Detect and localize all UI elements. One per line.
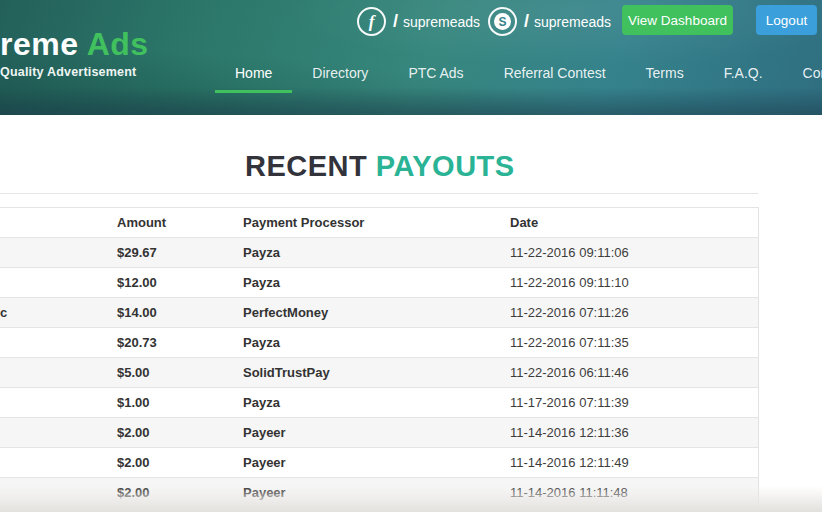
nav-item[interactable]: F.A.Q. <box>704 59 783 93</box>
cell-amount: $2.00 <box>117 418 243 448</box>
cell-amount: $12.00 <box>117 268 243 298</box>
nav-list: HomeDirectoryPTC AdsReferral ContestTerm… <box>215 59 822 93</box>
cell-date: 11-14-2016 12:11:49 <box>510 448 758 478</box>
cell-username-fragment <box>0 478 117 508</box>
nav-item[interactable]: Directory <box>292 59 388 93</box>
cell-date: 11-22-2016 09:11:10 <box>510 268 758 298</box>
cell-username-fragment: c <box>0 298 117 328</box>
cell-username-fragment <box>0 238 117 268</box>
facebook-icon: f <box>357 7 386 36</box>
cell-username-fragment <box>0 418 117 448</box>
column-header: Amount <box>117 208 243 238</box>
table-row: $20.73 Payza 11-22-2016 07:11:35 <box>0 328 758 358</box>
column-header: Payment Processor <box>243 208 510 238</box>
skype-handle: supremeads <box>534 14 611 30</box>
cell-payment-processor: Payeer <box>243 418 510 448</box>
column-header: Date <box>510 208 758 238</box>
cell-amount: $5.00 <box>117 358 243 388</box>
cell-date: 11-22-2016 07:11:26 <box>510 298 758 328</box>
table-row: c $14.00 PerfectMoney 11-22-2016 07:11:2… <box>0 298 758 328</box>
cell-amount: $20.73 <box>117 328 243 358</box>
table-row: $1.00 Payza 11-17-2016 07:11:39 <box>0 388 758 418</box>
cell-username-fragment <box>0 388 117 418</box>
facebook-slash: / <box>393 11 398 32</box>
facebook-handle: supremeads <box>403 14 480 30</box>
skype-slash: / <box>524 11 529 32</box>
logout-button[interactable]: Logout <box>756 5 817 35</box>
page: reme Ads Quality Advertisement f / supre… <box>0 0 822 512</box>
cell-amount: $1.00 <box>117 388 243 418</box>
cell-payment-processor: Payza <box>243 238 510 268</box>
logo-tagline: Quality Advertisement <box>0 65 149 79</box>
cell-payment-processor: SolidTrustPay <box>243 358 510 388</box>
cell-username-fragment <box>0 448 117 478</box>
cell-username-fragment <box>0 268 117 298</box>
table-row: $2.00 Payeer 11-14-2016 11:11:48 <box>0 478 758 508</box>
cell-date: 11-14-2016 12:11:36 <box>510 418 758 448</box>
nav-item[interactable]: Terms <box>626 59 704 93</box>
facebook-link[interactable]: f / supremeads <box>357 7 480 36</box>
table-row: $5.00 SolidTrustPay 11-22-2016 06:11:46 <box>0 358 758 388</box>
nav-item[interactable]: Contact <box>783 59 822 93</box>
header-row: AmountPayment ProcessorDate <box>0 208 758 238</box>
nav-item[interactable]: PTC Ads <box>388 59 483 93</box>
cell-payment-processor: Payeer <box>243 448 510 478</box>
page-title-dark: RECENT <box>245 150 367 182</box>
cell-payment-processor: Payza <box>243 328 510 358</box>
page-title: RECENT PAYOUTS <box>245 150 515 183</box>
cell-amount: $2.00 <box>117 448 243 478</box>
nav-item[interactable]: Home <box>215 59 292 93</box>
skype-icon: S <box>488 7 517 36</box>
skype-link[interactable]: S / supremeads <box>488 7 611 36</box>
table-row: $29.67 Payza 11-22-2016 09:11:06 <box>0 238 758 268</box>
title-divider <box>0 193 758 194</box>
cell-payment-processor: Payeer <box>243 478 510 508</box>
payouts-table-body: $29.67 Payza 11-22-2016 09:11:06 $12.00 … <box>0 238 758 508</box>
cell-payment-processor: Payza <box>243 268 510 298</box>
view-dashboard-button[interactable]: View Dashboard <box>622 5 733 35</box>
cell-amount: $14.00 <box>117 298 243 328</box>
cell-username-fragment <box>0 358 117 388</box>
logo-text: reme Ads <box>0 28 149 62</box>
cell-username-fragment <box>0 328 117 358</box>
cell-amount: $29.67 <box>117 238 243 268</box>
logo-part-white: reme <box>0 26 79 62</box>
payouts-table: AmountPayment ProcessorDate $29.67 Payza… <box>0 207 759 508</box>
cell-amount: $2.00 <box>117 478 243 508</box>
table-row: $12.00 Payza 11-22-2016 09:11:10 <box>0 268 758 298</box>
cell-payment-processor: Payza <box>243 388 510 418</box>
table-row: $2.00 Payeer 11-14-2016 12:11:36 <box>0 418 758 448</box>
cell-date: 11-17-2016 07:11:39 <box>510 388 758 418</box>
logo-part-green: Ads <box>87 26 149 62</box>
cell-date: 11-22-2016 06:11:46 <box>510 358 758 388</box>
payouts-table-head: AmountPayment ProcessorDate <box>0 208 758 238</box>
cell-date: 11-14-2016 11:11:48 <box>510 478 758 508</box>
cell-payment-processor: PerfectMoney <box>243 298 510 328</box>
cell-date: 11-22-2016 09:11:06 <box>510 238 758 268</box>
table-row: $2.00 Payeer 11-14-2016 12:11:49 <box>0 448 758 478</box>
nav-item[interactable]: Referral Contest <box>484 59 626 93</box>
site-header: reme Ads Quality Advertisement f / supre… <box>0 0 822 115</box>
cell-date: 11-22-2016 07:11:35 <box>510 328 758 358</box>
main-nav: HomeDirectoryPTC AdsReferral ContestTerm… <box>215 59 822 93</box>
site-logo[interactable]: reme Ads Quality Advertisement <box>0 28 149 79</box>
column-header <box>0 208 117 238</box>
page-title-accent: PAYOUTS <box>376 150 515 182</box>
